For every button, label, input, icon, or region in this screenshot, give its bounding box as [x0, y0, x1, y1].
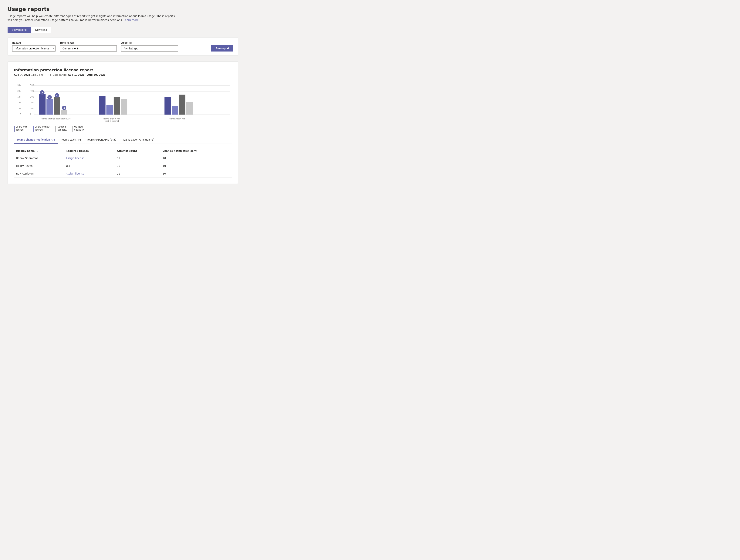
- filter-row: Report Information protection license ▾ …: [8, 37, 238, 55]
- apps-info-icon[interactable]: i: [129, 42, 132, 44]
- legend-label-users-with-license: Users withlicense: [16, 125, 27, 132]
- chart-legend: Users withlicense Users withoutlicense S…: [14, 125, 232, 132]
- svg-text:30k: 30k: [17, 84, 21, 86]
- table-row: Roy Appleton Assign license 12 10: [14, 170, 232, 177]
- svg-rect-24: [54, 97, 60, 115]
- svg-rect-37: [165, 97, 171, 115]
- legend-swatch-utilized-capacity: [72, 126, 73, 132]
- svg-rect-32: [106, 105, 113, 115]
- date-range-filter-group: Date range: [60, 42, 117, 51]
- svg-rect-31: [99, 96, 106, 115]
- apps-label: Apps i: [121, 41, 178, 44]
- tab-download[interactable]: Download: [31, 27, 52, 33]
- bar-chart: 30k 24k 18k 12k 6k 0 500 400 300 200 100…: [14, 82, 232, 123]
- sort-arrow-display-name: ↓: [36, 150, 38, 152]
- col-change-notification: Change notification sent: [160, 147, 232, 154]
- legend-swatch-seeded-capacity: [56, 126, 56, 132]
- svg-text:6k: 6k: [19, 107, 21, 109]
- svg-text:400: 400: [30, 90, 34, 92]
- page-title: Usage reports: [8, 6, 238, 12]
- svg-text:Teams change notification API: Teams change notification API: [40, 118, 71, 120]
- svg-rect-39: [179, 95, 185, 115]
- legend-label-seeded-capacity: Seededcapacity: [58, 125, 67, 132]
- chart-area: 30k 24k 18k 12k 6k 0 500 400 300 200 100…: [14, 82, 232, 123]
- cell-attempt-count-1: 12: [115, 154, 160, 162]
- main-tabs: View reports Download: [8, 27, 238, 33]
- apps-input[interactable]: [121, 45, 178, 51]
- col-required-license: Required license: [64, 147, 115, 154]
- svg-text:0: 0: [30, 113, 31, 115]
- col-display-name[interactable]: Display name ↓: [14, 147, 64, 154]
- svg-text:4: 4: [49, 96, 50, 99]
- svg-rect-40: [186, 102, 193, 115]
- cell-display-name-2: Hilary Reyes: [14, 162, 64, 170]
- learn-more-link[interactable]: Learn more: [123, 18, 138, 21]
- legend-users-with-license: Users withlicense: [14, 125, 27, 132]
- inner-tab-patch-api[interactable]: Teams patch API: [58, 136, 84, 143]
- report-filter-group: Report Information protection license ▾: [12, 42, 56, 51]
- inner-tabs: Teams change notification API Teams patc…: [14, 136, 232, 144]
- date-range-label: Date range: [60, 42, 117, 44]
- svg-text:200: 200: [30, 101, 34, 104]
- report-select-wrapper: Information protection license ▾: [12, 45, 56, 51]
- svg-text:100: 100: [30, 107, 34, 109]
- svg-rect-33: [114, 97, 120, 115]
- svg-rect-27: [61, 110, 68, 115]
- inner-tab-change-notif[interactable]: Teams change notification API: [14, 136, 58, 143]
- svg-text:6: 6: [64, 107, 65, 109]
- svg-rect-21: [47, 99, 53, 115]
- svg-rect-34: [121, 99, 127, 115]
- assign-license-link-1[interactable]: Assign license: [66, 156, 84, 159]
- cell-display-name-1: Babak Shammas: [14, 154, 64, 162]
- legend-swatch-users-without-license: [33, 126, 33, 132]
- cell-change-notif-sent-1: 10: [160, 154, 232, 162]
- svg-rect-38: [172, 106, 178, 115]
- legend-swatch-users-with-license: [14, 126, 14, 132]
- page-description: Usage reports will help you create diffe…: [8, 14, 178, 22]
- data-table: Display name ↓ Required license Attempt …: [14, 147, 232, 178]
- svg-rect-18: [39, 94, 46, 115]
- cell-change-notif-sent-2: 10: [160, 162, 232, 170]
- cell-required-license-2: Yes: [64, 162, 115, 170]
- legend-seeded-capacity: Seededcapacity: [56, 125, 67, 132]
- inner-tab-export-teams[interactable]: Teams export APIs (teams): [119, 136, 157, 143]
- report-select[interactable]: Information protection license: [12, 45, 56, 51]
- legend-users-without-license: Users withoutlicense: [33, 125, 51, 132]
- svg-text:18k: 18k: [17, 96, 21, 98]
- cell-required-license-3: Assign license: [64, 170, 115, 177]
- page-wrapper: Usage reports Usage reports will help yo…: [0, 0, 246, 190]
- cell-attempt-count-3: 12: [115, 170, 160, 177]
- svg-text:300: 300: [30, 96, 34, 98]
- run-report-button[interactable]: Run report: [211, 45, 233, 51]
- col-attempt-count: Attempt count: [115, 147, 160, 154]
- legend-label-users-without-license: Users withoutlicense: [35, 125, 51, 132]
- legend-label-utilized-capacity: Utilizedcapacity: [74, 125, 84, 132]
- table-row: Babak Shammas Assign license 12 10: [14, 154, 232, 162]
- date-range-input[interactable]: [60, 45, 117, 51]
- svg-text:12k: 12k: [17, 101, 21, 104]
- svg-text:500: 500: [30, 84, 34, 86]
- svg-text:Teams export API: Teams export API: [102, 118, 120, 120]
- svg-text:5: 5: [56, 94, 58, 97]
- svg-text:3: 3: [41, 91, 43, 94]
- report-card: Information protection license report Au…: [8, 62, 238, 184]
- cell-change-notif-sent-3: 10: [160, 170, 232, 177]
- svg-text:(chat + teams): (chat + teams): [104, 120, 119, 122]
- table-row: Hilary Reyes Yes 13 10: [14, 162, 232, 170]
- cell-attempt-count-2: 13: [115, 162, 160, 170]
- tab-view-reports[interactable]: View reports: [8, 27, 31, 33]
- assign-license-link-3[interactable]: Assign license: [66, 172, 84, 175]
- svg-text:0: 0: [20, 113, 21, 115]
- svg-text:Teams patch API: Teams patch API: [168, 118, 185, 120]
- table-header-row: Display name ↓ Required license Attempt …: [14, 147, 232, 154]
- legend-utilized-capacity: Utilizedcapacity: [72, 125, 84, 132]
- report-label: Report: [12, 42, 56, 44]
- apps-filter-group: Apps i: [121, 41, 178, 51]
- report-meta: Aug 7, 2021 11:59 am (PT) | Date range: …: [14, 74, 232, 76]
- inner-tab-export-chat[interactable]: Teams export APIs (chat): [84, 136, 119, 143]
- cell-display-name-3: Roy Appleton: [14, 170, 64, 177]
- svg-text:24k: 24k: [17, 90, 21, 92]
- report-card-title: Information protection license report: [14, 68, 232, 72]
- cell-required-license-1: Assign license: [64, 154, 115, 162]
